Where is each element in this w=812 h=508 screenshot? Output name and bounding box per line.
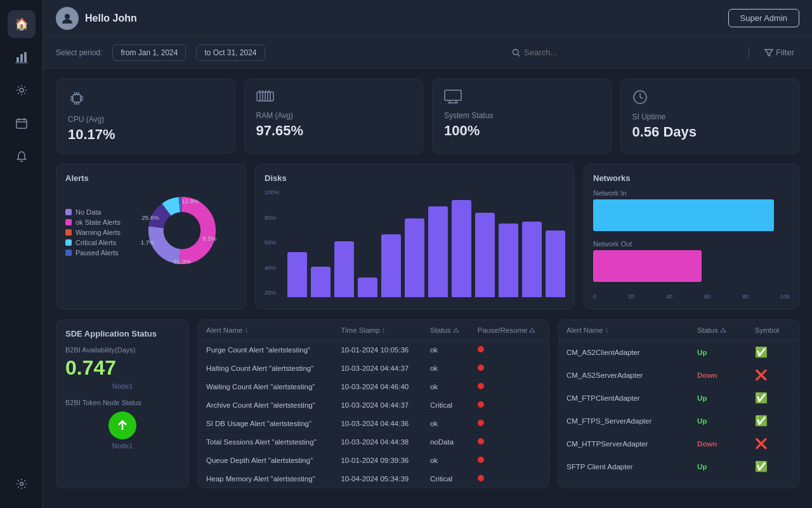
legend-label-ok: ok State Alerts xyxy=(75,218,121,226)
cell-symbol: ✅ xyxy=(747,387,799,410)
stat-card-ram: RAM (Avg) 97.65% xyxy=(244,79,424,154)
filter-icon xyxy=(764,48,773,57)
cell-time: 10-01-2024 10:05:36 xyxy=(333,341,422,359)
cell-status: Critical xyxy=(422,470,470,488)
legend-label-nodata: No Data xyxy=(75,208,101,216)
bar-group xyxy=(287,189,565,297)
legend-dot-ok xyxy=(65,219,72,225)
svg-point-11 xyxy=(513,49,518,54)
cell-pause[interactable] xyxy=(470,396,549,415)
stat-card-system: System Status 100% xyxy=(432,79,612,154)
disks-chart-card: Disks 100% 80% 60% 40% 20% xyxy=(255,164,575,309)
charts-row: Alerts No Data ok State Alerts xyxy=(56,164,799,309)
cell-pause[interactable] xyxy=(470,433,549,451)
axis-0: 0 xyxy=(593,293,596,300)
network-axis: 0 20 40 60 80 100 xyxy=(593,291,790,300)
cell-adapter-status: Up xyxy=(690,455,747,478)
sidebar-item-analytics[interactable] xyxy=(8,43,36,71)
sde-table-header: Alert Name ↕ Status Symbol xyxy=(559,320,799,341)
legend-dot-warning xyxy=(65,229,72,236)
y-20: 20% xyxy=(265,290,279,296)
disk-bar-11 xyxy=(522,222,542,297)
y-40: 40% xyxy=(265,265,279,271)
cell-name: Purge Count Alert "alertstesting" xyxy=(199,341,333,359)
from-date-button[interactable]: from Jan 1, 2024 xyxy=(112,44,186,61)
networks-chart-card: Networks Network In Network Out 0 20 40 xyxy=(584,164,799,309)
alert-table-header: Alert Name ↕ Time Stamp ↕ Status xyxy=(199,320,549,341)
y-80: 80% xyxy=(265,215,279,221)
alerts-chart-title: Alerts xyxy=(65,173,237,183)
sidebar-item-settings[interactable] xyxy=(8,76,36,104)
header: Hello John Super Admin xyxy=(43,0,812,37)
svg-rect-36 xyxy=(445,90,461,100)
cell-pause[interactable] xyxy=(470,470,549,488)
system-label: System Status xyxy=(444,111,599,120)
alert-table: Alert Name ↕ Time Stamp ↕ Status xyxy=(199,320,549,488)
uptime-value: 0.56 Days xyxy=(632,124,788,140)
cell-time: 10-04-2024 05:34:39 xyxy=(333,470,422,488)
main-content: Hello John Super Admin Select period: fr… xyxy=(43,0,812,508)
svg-point-46 xyxy=(164,213,199,248)
disk-bar-5 xyxy=(381,234,401,297)
sidebar-item-home[interactable]: 🏠 xyxy=(8,10,36,38)
search-icon xyxy=(512,48,520,57)
cell-name: Waiting Count Alert "alertstesting" xyxy=(199,378,333,396)
networks-chart-title: Networks xyxy=(593,173,790,183)
legend-no-data: No Data xyxy=(65,208,121,216)
disk-bar-4 xyxy=(358,277,377,297)
toolbar: Select period: from Jan 1, 2024 to Oct 3… xyxy=(43,37,812,69)
disk-bar-1 xyxy=(287,252,307,297)
cell-pause[interactable] xyxy=(470,451,549,470)
sde-table-body: CM_AS2ClientAdapter Up ✅ CM_AS2ServerAda… xyxy=(559,341,799,478)
cell-status: ok xyxy=(422,341,470,359)
cell-pause[interactable] xyxy=(470,378,549,396)
table-row: Waiting Count Alert "alertstesting" 10-0… xyxy=(199,378,549,396)
cpu-label: CPU (Avg) xyxy=(68,115,223,124)
stat-card-uptime: SI Uptime 0.56 Days xyxy=(620,79,800,154)
user-section: Hello John xyxy=(56,7,728,30)
donut-chart: 12.8% 25.6% 8.5% 51.3% 1.7% xyxy=(141,189,223,272)
search-input[interactable] xyxy=(524,48,731,57)
cell-symbol: ✅ xyxy=(747,341,799,364)
alert-table-card: Alert Name ↕ Time Stamp ↕ Status xyxy=(198,319,549,488)
avatar xyxy=(56,7,79,30)
legend-warning: Warning Alerts xyxy=(65,229,121,236)
network-out-bar xyxy=(593,250,702,282)
cell-name: Archive Count Alert "alertstesting" xyxy=(199,396,333,415)
svg-rect-5 xyxy=(16,119,27,128)
svg-marker-55 xyxy=(721,328,726,332)
svg-text:8.5%: 8.5% xyxy=(202,235,217,242)
node1-token-label: Node1 xyxy=(65,442,180,450)
cell-time: 10-03-2024 04:44:38 xyxy=(333,433,422,451)
cpu-icon xyxy=(68,90,223,111)
filter-button[interactable]: Filter xyxy=(759,45,799,60)
th-pause: Pause/Resume xyxy=(470,320,549,341)
to-date-button[interactable]: to Oct 31, 2024 xyxy=(196,44,265,61)
y-100: 100% xyxy=(265,189,279,196)
cell-adapter-status: Up xyxy=(690,410,747,432)
cell-adapter-status: Up xyxy=(690,387,747,410)
ram-label: RAM (Avg) xyxy=(256,111,412,120)
sidebar-item-alerts[interactable] xyxy=(8,142,36,170)
cell-status: ok xyxy=(422,378,470,396)
sde-right-card: Alert Name ↕ Status Symbol xyxy=(558,319,799,488)
alerts-legend: No Data ok State Alerts Warning Alerts xyxy=(65,208,121,257)
cell-name: SI DB Usage Alert "alertstesting" xyxy=(199,415,333,433)
disk-bar-6 xyxy=(405,218,424,297)
sidebar-item-calendar[interactable] xyxy=(8,109,36,137)
cell-pause[interactable] xyxy=(470,415,549,433)
axis-60: 60 xyxy=(704,293,710,300)
cell-pause[interactable] xyxy=(470,359,549,378)
sidebar-item-config[interactable] xyxy=(8,470,36,498)
table-row: Halting Count Alert "alertstesting" 10-0… xyxy=(199,359,549,378)
disk-bar-3 xyxy=(334,241,354,297)
system-icon xyxy=(444,90,599,107)
th-status: Status xyxy=(422,320,470,341)
svg-marker-53 xyxy=(454,328,459,332)
cell-symbol: ❌ xyxy=(747,364,799,387)
cell-pause[interactable] xyxy=(470,341,549,359)
svg-text:25.6%: 25.6% xyxy=(141,214,159,221)
super-admin-button[interactable]: Super Admin xyxy=(728,9,799,27)
sde-table: Alert Name ↕ Status Symbol xyxy=(559,320,799,478)
cell-status: Critical xyxy=(422,396,470,415)
